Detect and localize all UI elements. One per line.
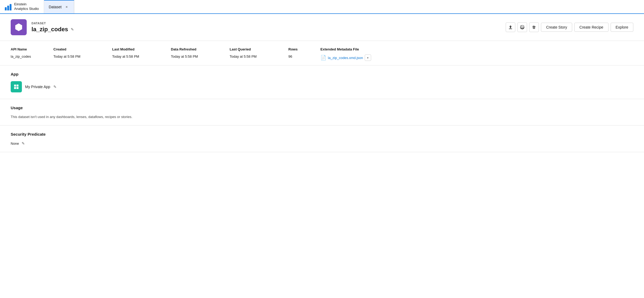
xmd-dropdown-button[interactable]: ▾ [365, 54, 371, 61]
svg-rect-3 [14, 87, 16, 89]
app-icon [11, 81, 22, 92]
col-header-data-refreshed: Data Refreshed [171, 47, 230, 53]
edit-security-icon[interactable]: ✎ [22, 141, 25, 146]
app-icon-svg [13, 84, 19, 90]
usage-section: Usage This dataset isn't used in any das… [0, 99, 644, 126]
value-data-refreshed: Today at 5:58 PM [171, 53, 230, 61]
col-header-xmd: Extended Metadata File [320, 47, 633, 53]
dataset-actions: Create Story Create Recipe Explore [506, 22, 633, 32]
value-last-queried: Today at 5:58 PM [230, 53, 288, 61]
main-content: DATASET la_zip_codes ✎ [0, 14, 644, 298]
usage-section-title: Usage [11, 105, 633, 110]
security-value: None [11, 142, 19, 146]
svg-marker-0 [15, 23, 22, 31]
tab-strip: Dataset ✕ [44, 0, 74, 13]
delete-button[interactable] [529, 22, 539, 32]
edit-dataset-name-icon[interactable]: ✎ [71, 27, 74, 32]
col-header-created: Created [53, 47, 112, 53]
security-row: None ✎ [11, 141, 633, 146]
col-header-last-modified: Last Modified [112, 47, 171, 53]
settings-button[interactable] [517, 22, 527, 32]
security-section: Security Predicate None ✎ [0, 126, 644, 152]
dataset-tab[interactable]: Dataset ✕ [44, 0, 74, 13]
col-header-api-name: API Name [11, 47, 53, 53]
col-header-last-queried: Last Queried [230, 47, 288, 53]
col-header-rows: Rows [288, 47, 320, 53]
dataset-header: DATASET la_zip_codes ✎ [0, 14, 644, 41]
svg-rect-4 [17, 87, 18, 89]
xmd-file-icon: 📄 [320, 55, 326, 61]
svg-rect-2 [17, 85, 18, 87]
dataset-icon [11, 19, 27, 35]
gear-icon [520, 25, 524, 29]
metadata-section: API Name Created Last Modified Data Refr… [0, 41, 644, 65]
svg-rect-1 [14, 85, 16, 87]
brand-text: Einstein Analytics Studio [14, 2, 39, 11]
upload-icon [508, 25, 513, 29]
create-recipe-button[interactable]: Create Recipe [574, 23, 608, 32]
hexagon-icon [14, 23, 23, 32]
top-navigation: Einstein Analytics Studio Dataset ✕ [0, 0, 644, 14]
xmd-file-link[interactable]: la_zip_codes.xmd.json [328, 56, 363, 60]
value-last-modified: Today at 5:58 PM [112, 53, 171, 61]
security-section-title: Security Predicate [11, 132, 633, 136]
value-rows: 96 [288, 53, 320, 61]
dataset-title-block: DATASET la_zip_codes ✎ [32, 22, 74, 33]
xmd-file-container: 📄 la_zip_codes.xmd.json ▾ [320, 54, 633, 61]
value-xmd: 📄 la_zip_codes.xmd.json ▾ [320, 53, 633, 61]
dataset-name-row: la_zip_codes ✎ [32, 26, 74, 33]
brand-logo: Einstein Analytics Studio [0, 0, 44, 13]
app-section-title: App [11, 72, 633, 76]
trash-icon [532, 25, 536, 29]
dataset-identity: DATASET la_zip_codes ✎ [11, 19, 74, 35]
value-created: Today at 5:58 PM [53, 53, 112, 61]
create-story-button[interactable]: Create Story [541, 23, 572, 32]
app-name: My Private App [25, 85, 50, 89]
tab-label: Dataset [49, 5, 62, 9]
dataset-name: la_zip_codes [32, 26, 68, 33]
einstein-icon [5, 3, 11, 10]
tab-close-button[interactable]: ✕ [64, 5, 69, 9]
explore-button[interactable]: Explore [611, 23, 633, 32]
app-section: App My Private App ✎ [0, 65, 644, 99]
usage-text: This dataset isn't used in any dashboard… [11, 115, 633, 119]
metadata-grid: API Name Created Last Modified Data Refr… [11, 47, 633, 61]
upload-button[interactable] [506, 22, 515, 32]
edit-app-icon[interactable]: ✎ [53, 85, 57, 89]
dataset-type-label: DATASET [32, 22, 74, 25]
value-api-name: la_zip_codes [11, 53, 53, 61]
app-item: My Private App ✎ [11, 81, 633, 92]
